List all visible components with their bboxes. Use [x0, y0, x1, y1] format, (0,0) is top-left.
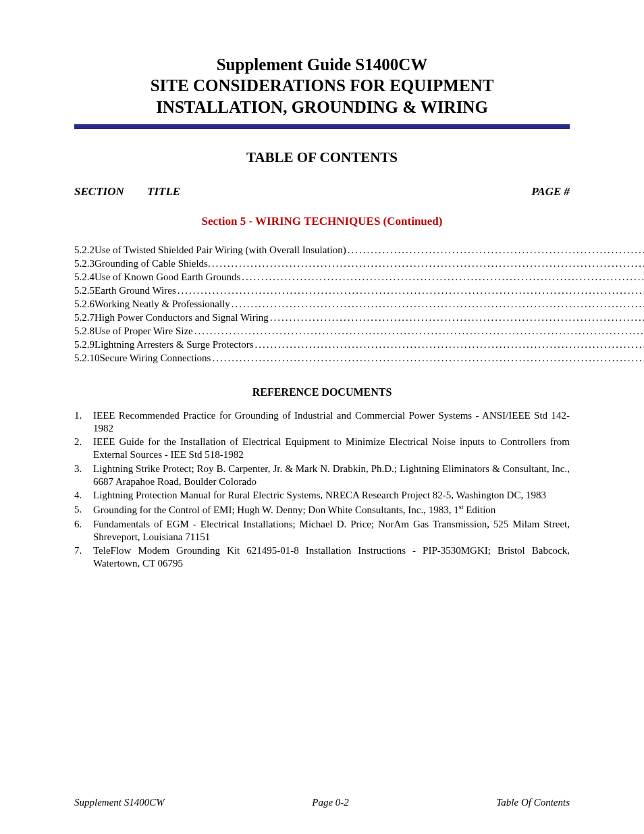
reference-item: 1.IEEE Recommended Practice for Groundin… [74, 409, 570, 435]
column-headers: SECTION TITLE PAGE # [74, 185, 570, 199]
toc-entry: Use of Known Good Earth Grounds5-3 [95, 271, 644, 283]
reference-text: Grounding for the Control of EMI; Hugh W… [93, 503, 570, 517]
toc-row: 5.2.5Earth Ground Wires5-3 [74, 285, 570, 296]
toc-row: 5.2.8Use of Proper Wire Size 5-4 [74, 325, 570, 337]
reference-number: 2. [74, 436, 93, 461]
toc-label: Working Neatly & Professionally [95, 298, 230, 310]
title-line-2: SITE CONSIDERATIONS FOR EQUIPMENT [74, 75, 570, 96]
toc-row: 5.2.7High Power Conductors and Signal Wi… [74, 312, 570, 323]
document-page: Supplement Guide S1400CW SITE CONSIDERAT… [0, 0, 644, 834]
toc-row: 5.2.6Working Neatly & Professionally5-3 [74, 298, 570, 310]
toc-leader [269, 312, 644, 323]
reference-number: 7. [74, 544, 93, 570]
toc-number: 5.2.8 [74, 325, 95, 337]
toc-entry: Secure Wiring Connections5-5 [100, 353, 645, 364]
toc-label: Use of Proper Wire Size [95, 325, 193, 337]
toc-entry: Grounding of Cable Shields. 5-3 [95, 258, 644, 269]
toc-number: 5.2.5 [74, 285, 95, 296]
toc-number: 5.2.3 [74, 258, 95, 269]
reference-text: Lightning Strike Protect; Roy B. Carpent… [93, 463, 570, 488]
toc-leader [254, 339, 644, 350]
reference-item: 3.Lightning Strike Protect; Roy B. Carpe… [74, 463, 570, 488]
toc-label: Lightning Arresters & Surge Protectors [95, 339, 254, 350]
reference-item: 7.TeleFlow Modem Grounding Kit 621495-01… [74, 544, 570, 570]
toc-leader [176, 285, 644, 296]
reference-text: Fundamentals of EGM - Electrical Install… [93, 518, 570, 544]
toc-entry: Lightning Arresters & Surge Protectors5-… [95, 339, 644, 350]
toc-entry: Working Neatly & Professionally5-3 [95, 298, 644, 310]
toc-row: 5.2.9Lightning Arresters & Surge Protect… [74, 339, 570, 350]
toc-label: Earth Ground Wires [95, 285, 176, 296]
toc-row: 5.2.2Use of Twisted Shielded Pair Wiring… [74, 244, 570, 256]
toc-leader [211, 258, 644, 269]
toc-number: 5.2.7 [74, 312, 95, 323]
toc-label: Use of Twisted Shielded Pair Wiring (wit… [95, 244, 346, 256]
toc-list: 5.2.2Use of Twisted Shielded Pair Wiring… [74, 244, 570, 366]
toc-leader [193, 325, 644, 337]
toc-leader [230, 298, 644, 310]
section-title: Section 5 - WIRING TECHNIQUES (Continued… [74, 215, 570, 228]
title-block: Supplement Guide S1400CW SITE CONSIDERAT… [74, 54, 570, 118]
col-header-title: TITLE [147, 185, 531, 199]
references-list: 1.IEEE Recommended Practice for Groundin… [74, 409, 570, 571]
toc-entry: Use of Proper Wire Size 5-4 [95, 325, 644, 337]
toc-leader [346, 244, 644, 256]
title-line-3: INSTALLATION, GROUNDING & WIRING [74, 97, 570, 118]
reference-text: IEEE Recommended Practice for Grounding … [93, 409, 570, 435]
toc-heading: TABLE OF CONTENTS [74, 149, 570, 166]
toc-row: 5.2.10Secure Wiring Connections5-5 [74, 353, 570, 364]
footer-right: Table Of Contents [496, 797, 570, 808]
horizontal-rule [74, 124, 570, 129]
reference-text-post: Edition [463, 504, 495, 515]
reference-number: 1. [74, 409, 93, 435]
col-header-section: SECTION [74, 185, 147, 199]
toc-number: 5.2.2 [74, 244, 95, 256]
toc-entry: Use of Twisted Shielded Pair Wiring (wit… [95, 244, 644, 256]
toc-entry: High Power Conductors and Signal Wiring5… [95, 312, 644, 323]
reference-number: 4. [74, 489, 93, 502]
toc-label: Secure Wiring Connections [100, 353, 211, 364]
toc-number: 5.2.6 [74, 298, 95, 310]
toc-row: 5.2.3Grounding of Cable Shields. 5-3 [74, 258, 570, 269]
toc-row: 5.2.4Use of Known Good Earth Grounds5-3 [74, 271, 570, 283]
reference-number: 6. [74, 518, 93, 544]
toc-label: Use of Known Good Earth Grounds [95, 271, 240, 283]
footer-left: Supplement S1400CW [74, 797, 165, 808]
reference-item: 2.IEEE Guide for the Installation of Ele… [74, 436, 570, 461]
reference-text-pre: Grounding for the Control of EMI; Hugh W… [93, 504, 459, 515]
references-heading: REFERENCE DOCUMENTS [74, 386, 570, 398]
col-header-page: PAGE # [531, 185, 570, 199]
toc-label: High Power Conductors and Signal Wiring [95, 312, 269, 323]
reference-number: 3. [74, 463, 93, 488]
reference-item: 4.Lightning Protection Manual for Rural … [74, 489, 570, 502]
page-footer: Supplement S1400CW Page 0-2 Table Of Con… [74, 797, 570, 808]
reference-item: 5.Grounding for the Control of EMI; Hugh… [74, 503, 570, 517]
toc-number: 5.2.4 [74, 271, 95, 283]
toc-entry: Earth Ground Wires5-3 [95, 285, 644, 296]
footer-center: Page 0-2 [312, 797, 349, 808]
reference-item: 6.Fundamentals of EGM - Electrical Insta… [74, 518, 570, 544]
toc-number: 5.2.9 [74, 339, 95, 350]
reference-text: Lightning Protection Manual for Rural El… [93, 489, 570, 502]
toc-leader [240, 271, 644, 283]
toc-number: 5.2.10 [74, 353, 100, 364]
reference-text: TeleFlow Modem Grounding Kit 621495-01-8… [93, 544, 570, 570]
reference-number: 5. [74, 503, 93, 517]
toc-leader [211, 353, 644, 364]
reference-text: IEEE Guide for the Installation of Elect… [93, 436, 570, 461]
title-line-1: Supplement Guide S1400CW [74, 54, 570, 75]
toc-label: Grounding of Cable Shields. [95, 258, 211, 269]
